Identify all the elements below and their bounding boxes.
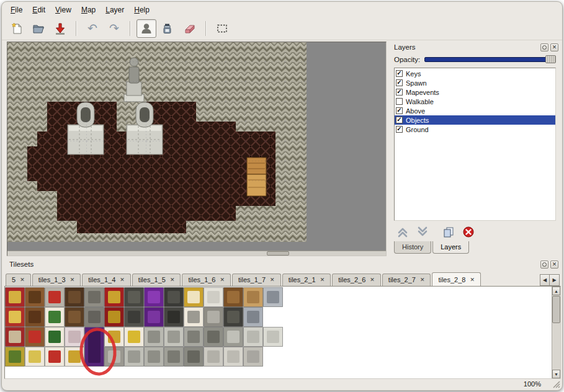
layer-row[interactable]: Keys — [395, 69, 555, 78]
stamp-tool-button[interactable] — [137, 19, 156, 38]
tab-close-icon[interactable]: ✕ — [70, 277, 75, 283]
eraser-tool-button[interactable] — [180, 19, 200, 38]
menu-layer[interactable]: Layer — [101, 4, 129, 16]
scroll-up-button[interactable]: ▲ — [552, 287, 560, 295]
toolbar-separator — [76, 21, 77, 36]
tab-scroll-arrows: ◀ ▶ — [540, 274, 560, 286]
tileset-tab-label: tiles_2_8 — [438, 276, 465, 283]
layer-checkbox[interactable] — [396, 126, 403, 133]
tileset-tab[interactable]: 5✕ — [6, 274, 31, 286]
menu-help[interactable]: Help — [129, 4, 154, 16]
menu-map[interactable]: Map — [76, 4, 101, 16]
new-document-icon — [10, 22, 24, 35]
tilesets-panel-title: Tilesets — [9, 261, 539, 268]
opacity-slider[interactable] — [424, 55, 556, 64]
map-hscrollbar-thumb[interactable] — [267, 251, 289, 256]
tileset-canvas[interactable]: ▲ ▼ — [4, 286, 561, 379]
tab-close-icon[interactable]: ✕ — [320, 277, 325, 283]
toolbar: ↶ ↷ — [2, 17, 562, 40]
undo-button[interactable]: ↶ — [83, 19, 102, 38]
opacity-slider-groove — [424, 57, 556, 62]
layer-label: Ground — [406, 126, 429, 133]
scroll-tabs-left-button[interactable]: ◀ — [540, 274, 550, 286]
raise-layer-button[interactable] — [395, 225, 410, 239]
duplicate-icon — [442, 226, 455, 238]
tileset-tab[interactable]: tiles_1_4✕ — [82, 274, 131, 286]
tileset-tab[interactable]: tiles_2_8✕ — [432, 272, 481, 286]
undo-arrow-icon: ↶ — [87, 22, 97, 34]
toolbar-separator — [205, 21, 207, 36]
tileset-vscrollbar[interactable]: ▲ ▼ — [552, 287, 560, 378]
map-canvas[interactable] — [7, 42, 387, 256]
zoom-level: 100% — [524, 380, 541, 388]
layer-checkbox[interactable] — [396, 79, 403, 86]
eraser-icon — [183, 22, 197, 35]
duplicate-layer-button[interactable] — [441, 225, 456, 239]
delete-layer-button[interactable] — [461, 225, 476, 239]
tileset-tab[interactable]: tiles_2_6✕ — [332, 274, 381, 286]
close-panel-button[interactable]: ✕ — [550, 261, 558, 269]
float-panel-button[interactable] — [540, 43, 548, 51]
redo-button[interactable]: ↷ — [104, 19, 124, 38]
layer-checkbox[interactable] — [396, 98, 403, 105]
chevrons-up-icon — [396, 226, 409, 238]
map-image — [7, 42, 307, 242]
layer-row[interactable]: Mapevents — [395, 87, 555, 97]
tab-layers[interactable]: Layers — [432, 241, 469, 254]
map-hscrollbar[interactable] — [7, 251, 386, 256]
redo-arrow-icon: ↷ — [109, 22, 119, 34]
tab-close-icon[interactable]: ✕ — [270, 277, 275, 283]
fill-tool-button[interactable] — [158, 19, 178, 38]
float-panel-button[interactable] — [540, 261, 548, 269]
tab-close-icon[interactable]: ✕ — [420, 277, 425, 283]
tab-close-icon[interactable]: ✕ — [470, 277, 475, 283]
layer-checkbox[interactable] — [396, 117, 403, 123]
opacity-row: Opacity: — [389, 53, 561, 65]
tileset-tab[interactable]: tiles_1_7✕ — [232, 274, 281, 286]
tilesets-panel: Tilesets ✕ 5✕ tiles_1_3✕ tiles_1_4✕ tile… — [4, 259, 561, 379]
tileset-tab[interactable]: tiles_1_5✕ — [132, 274, 181, 286]
tileset-tab-label: tiles_1_5 — [138, 276, 166, 283]
layer-checkbox[interactable] — [396, 89, 403, 96]
menu-file[interactable]: File — [6, 4, 27, 16]
layer-actions-toolbar — [389, 223, 561, 241]
menu-edit[interactable]: Edit — [27, 4, 50, 16]
layer-row[interactable]: Ground — [395, 125, 555, 134]
layer-row[interactable]: Objects — [395, 115, 555, 125]
open-button[interactable] — [29, 19, 48, 38]
layer-row[interactable]: Walkable — [395, 97, 555, 106]
tileset-tab[interactable]: tiles_2_1✕ — [282, 274, 331, 286]
tab-close-icon[interactable]: ✕ — [170, 277, 175, 283]
tab-close-icon[interactable]: ✕ — [370, 277, 375, 283]
layer-row[interactable]: Above — [395, 106, 555, 115]
tileset-tab-label: tiles_1_4 — [88, 276, 115, 283]
tileset-vscrollbar-thumb[interactable] — [552, 296, 560, 323]
open-folder-icon — [32, 22, 45, 35]
layer-label: Above — [406, 107, 425, 115]
resize-grip[interactable] — [552, 380, 560, 388]
layer-checkbox[interactable] — [396, 70, 403, 77]
tileset-tab[interactable]: tiles_1_6✕ — [182, 274, 231, 286]
tab-close-icon[interactable]: ✕ — [20, 277, 25, 283]
layer-row[interactable]: Spawn — [395, 78, 555, 87]
close-icon: ✕ — [552, 45, 557, 50]
chevrons-down-icon — [416, 226, 429, 238]
layer-checkbox[interactable] — [396, 107, 403, 114]
panel-tabs: History Layers — [389, 241, 561, 256]
select-tool-button[interactable] — [212, 19, 232, 38]
tileset-tab[interactable]: tiles_2_7✕ — [382, 274, 431, 286]
layer-label: Spawn — [406, 79, 427, 87]
tab-close-icon[interactable]: ✕ — [120, 277, 125, 283]
tileset-tab[interactable]: tiles_1_3✕ — [32, 274, 81, 286]
tab-close-icon[interactable]: ✕ — [220, 277, 225, 283]
tab-history[interactable]: History — [394, 241, 431, 254]
float-icon — [542, 45, 547, 50]
menu-view[interactable]: View — [50, 4, 76, 16]
scroll-down-button[interactable]: ▼ — [552, 370, 560, 378]
opacity-slider-thumb[interactable] — [545, 55, 556, 63]
lower-layer-button[interactable] — [415, 225, 430, 239]
save-button[interactable] — [50, 19, 70, 38]
close-panel-button[interactable]: ✕ — [550, 43, 558, 51]
new-button[interactable] — [7, 19, 27, 38]
scroll-tabs-right-button[interactable]: ▶ — [550, 274, 560, 286]
